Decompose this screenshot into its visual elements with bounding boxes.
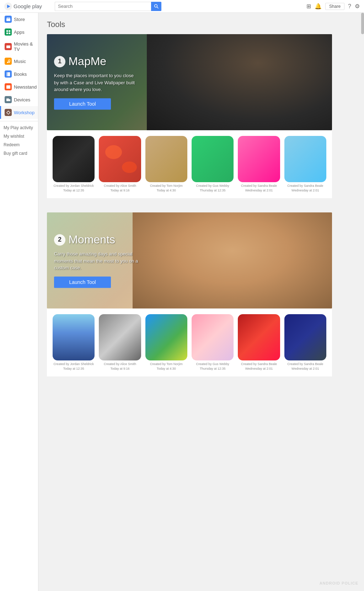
tool1-hero: 1 MapMe Keep the places important to you…	[47, 34, 332, 130]
case-image-3	[145, 136, 187, 182]
case-meta-7: Created by Jordan Sheldrick Today at 12:…	[53, 362, 95, 371]
tool2-person	[133, 212, 332, 308]
share-button[interactable]: Share	[325, 3, 344, 10]
list-item[interactable]: Created by Alice Smith Today at 9:16	[99, 136, 141, 192]
layout: Store Apps Movies & TV Music	[0, 0, 364, 591]
sidebar: Store Apps Movies & TV Music	[0, 13, 38, 591]
case-meta-1: Created by Jordan Sheldrick Today at 12:…	[53, 184, 95, 192]
list-item[interactable]: Created by Gus Webby Thursday at 12:35	[192, 314, 234, 371]
search-button[interactable]	[151, 2, 161, 11]
tool1-number: 1	[54, 56, 65, 67]
case-image-5	[238, 136, 280, 182]
list-item[interactable]: Created by Sandra Beale Wednesday at 2:0…	[284, 314, 326, 371]
main-content: Tools 1 MapMe Keep the places important …	[38, 13, 364, 591]
apps-icon	[5, 28, 12, 36]
sidebar-item-books[interactable]: Books	[0, 68, 38, 80]
sidebar-label-devices: Devices	[14, 97, 30, 102]
svg-point-15	[9, 61, 10, 63]
sidebar-item-store[interactable]: Store	[0, 13, 38, 26]
case-meta-4: Created by Gus Webby Thursday at 12:35	[192, 184, 234, 192]
sidebar-label-workshop: Workshop	[14, 110, 34, 115]
case-image-9	[145, 314, 187, 360]
tool1-heading: 1 MapMe	[54, 55, 139, 68]
case-meta-6: Created by Sandra Beale Wednesday at 2:0…	[284, 184, 326, 192]
grid-button[interactable]: ⊞	[306, 3, 311, 10]
section-gap	[47, 198, 332, 205]
workshop-icon	[5, 109, 12, 116]
svg-rect-23	[9, 99, 10, 101]
case-image-12	[284, 314, 326, 360]
sidebar-item-apps[interactable]: Apps	[0, 26, 38, 38]
svg-line-3	[157, 7, 158, 8]
store-icon	[5, 16, 12, 23]
tool2-heading: 2 Moments	[54, 233, 139, 246]
case-image-8	[99, 314, 141, 360]
logo-text: Google play	[14, 3, 42, 9]
sidebar-link-giftcard[interactable]: Buy gift card	[0, 149, 38, 158]
sidebar-item-workshop[interactable]: Workshop	[0, 106, 38, 119]
sidebar-divider	[0, 121, 38, 121]
sidebar-label-apps: Apps	[14, 30, 25, 35]
case-image-10	[192, 314, 234, 360]
list-item[interactable]: Created by Jordan Sheldrick Today at 12:…	[53, 136, 95, 192]
sidebar-label-music: Music	[14, 59, 26, 64]
notification-button[interactable]: 🔔	[315, 3, 322, 10]
scroll-thumb[interactable]	[361, 13, 364, 34]
page-title: Tools	[47, 20, 332, 29]
cases-row1: Created by Jordan Sheldrick Today at 12:…	[47, 130, 332, 198]
list-item[interactable]: Created by Sandra Beale Wednesday at 2:0…	[238, 136, 280, 192]
case-meta-8: Created by Alice Smith Today at 9:16	[99, 362, 141, 371]
sidebar-item-newsstand[interactable]: Newsstand	[0, 80, 38, 93]
movies-icon	[5, 43, 12, 50]
list-item[interactable]: Created by Jordan Sheldrick Today at 12:…	[53, 314, 95, 371]
main-inner: Tools 1 MapMe Keep the places important …	[38, 13, 341, 398]
sidebar-label-books: Books	[14, 72, 27, 77]
newsstand-icon	[5, 83, 12, 90]
search-input[interactable]	[55, 2, 151, 11]
tool1-person	[147, 34, 332, 130]
case-meta-5: Created by Sandra Beale Wednesday at 2:0…	[238, 184, 280, 192]
list-item[interactable]: Created by Alice Smith Today at 9:16	[99, 314, 141, 371]
list-item[interactable]: Created by Gus Webby Thursday at 12:35	[192, 136, 234, 192]
tool2-launch-button[interactable]: Launch Tool	[54, 276, 111, 288]
sidebar-link-myplay[interactable]: My Play activity	[0, 123, 38, 132]
devices-icon	[5, 96, 12, 103]
books-icon	[5, 70, 12, 78]
case-meta-2: Created by Alice Smith Today at 9:16	[99, 184, 141, 192]
scrollbar[interactable]	[361, 13, 364, 591]
case-image-7	[53, 314, 95, 360]
header-actions: ⊞ 🔔 Share ? ⚙	[306, 3, 360, 10]
case-meta-11: Created by Sandra Beale Wednesday at 2:0…	[238, 362, 280, 371]
sidebar-link-redeem[interactable]: Redeem	[0, 141, 38, 149]
case-meta-10: Created by Gus Webby Thursday at 12:35	[192, 362, 234, 371]
case-image-4	[192, 136, 234, 182]
watermark: ANDROID POLICE	[320, 581, 358, 585]
tool2-number: 2	[54, 234, 65, 246]
app-header: Google play ⊞ 🔔 Share ? ⚙	[0, 0, 364, 13]
sidebar-item-movies[interactable]: Movies & TV	[0, 38, 38, 55]
tool1-launch-button[interactable]: Launch Tool	[54, 98, 111, 110]
search-box	[55, 2, 161, 11]
svg-rect-4	[6, 18, 10, 21]
tool2-hero: 2 Moments Carry those amazing days and s…	[47, 212, 332, 308]
list-item[interactable]: Created by Sandra Beale Wednesday at 2:0…	[284, 136, 326, 192]
tool1-title: MapMe	[68, 55, 106, 68]
tool2-person-figure	[133, 212, 332, 308]
tool1-desc: Keep the places important to you close b…	[54, 72, 139, 93]
help-button[interactable]: ?	[348, 3, 351, 10]
list-item[interactable]: Created by Tom Norjim Today at 4:30	[145, 136, 187, 192]
play-icon	[4, 2, 12, 10]
svg-rect-6	[9, 30, 10, 32]
list-item[interactable]: Created by Sandra Beale Wednesday at 2:0…	[238, 314, 280, 371]
case-image-11	[238, 314, 280, 360]
case-image-6	[284, 136, 326, 182]
list-item[interactable]: Created by Tom Norjim Today at 4:30	[145, 314, 187, 371]
sidebar-item-devices[interactable]: Devices	[0, 93, 38, 106]
sidebar-label-store: Store	[14, 17, 25, 22]
sidebar-link-wishlist[interactable]: My wishlist	[0, 132, 38, 141]
settings-button[interactable]: ⚙	[355, 3, 360, 10]
logo: Google play	[4, 2, 50, 10]
tool1-person-figure	[147, 34, 332, 130]
case-meta-3: Created by Tom Norjim Today at 4:30	[145, 184, 187, 192]
sidebar-item-music[interactable]: Music	[0, 55, 38, 68]
